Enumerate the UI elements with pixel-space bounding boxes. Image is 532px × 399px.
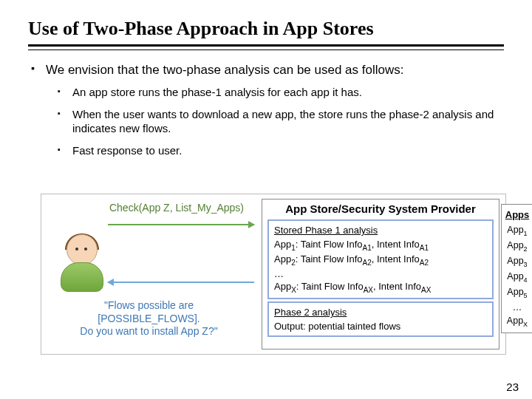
bullet-main: We envision that the two-phase analysis …: [30, 62, 504, 78]
slide-title: Use of Two-Phase Approach in App Stores: [28, 18, 504, 47]
apps-header: Apps: [502, 208, 532, 222]
user-avatar-icon: [60, 234, 104, 293]
phase2-output: Output: potential tainted flows: [274, 320, 487, 333]
provider-box: App Store/Security System Provider Store…: [262, 199, 499, 349]
phase1-header: Stored Phase 1 analysis: [274, 224, 487, 237]
apps-item-dots: …: [502, 301, 532, 315]
provider-title: App Store/Security System Provider: [262, 200, 499, 217]
phase1-row-1: App1: Taint Flow InfoA1, Intent InfoA1: [274, 238, 487, 253]
response-label: "Flows possible are [POSSIBLE_FLOWS]. Do…: [62, 299, 236, 338]
phase1-row-x: AppX: Taint Flow InfoAX, Intent InfoAX: [274, 280, 487, 295]
apps-item-3: App3: [502, 254, 532, 270]
apps-list-box: Apps App1 App2 App3 App4 App5 … AppX: [501, 204, 532, 333]
page-number: 23: [506, 381, 519, 393]
check-request-label: Check(App Z, List_My_Apps): [106, 202, 247, 215]
apps-item-x: AppX: [502, 314, 532, 330]
phase2-header: Phase 2 analysis: [274, 306, 487, 319]
phase1-panel: Stored Phase 1 analysis App1: Taint Flow…: [267, 219, 494, 299]
phase1-row-2: App2: Taint Flow InfoA2, Intent InfoA2: [274, 253, 487, 267]
phase2-panel: Phase 2 analysis Output: potential taint…: [267, 301, 494, 337]
bullet-sub-2: When the user wants to download a new ap…: [58, 107, 504, 136]
bullet-sub-3: Fast response to user.: [58, 143, 504, 158]
response-arrow-icon: [108, 282, 254, 283]
bullet-sub-1: An app store runs the phase-1 analysis f…: [58, 85, 504, 100]
apps-item-4: App4: [502, 270, 532, 285]
apps-item-5: App5: [502, 285, 532, 301]
apps-item-2: App2: [502, 239, 532, 254]
apps-item-1: App1: [502, 223, 532, 239]
architecture-diagram: Check(App Z, List_My_Apps) "Flows possib…: [41, 194, 506, 355]
request-arrow-icon: [108, 224, 254, 225]
phase1-row-dots: …: [274, 267, 487, 281]
title-underline: [28, 50, 504, 50]
